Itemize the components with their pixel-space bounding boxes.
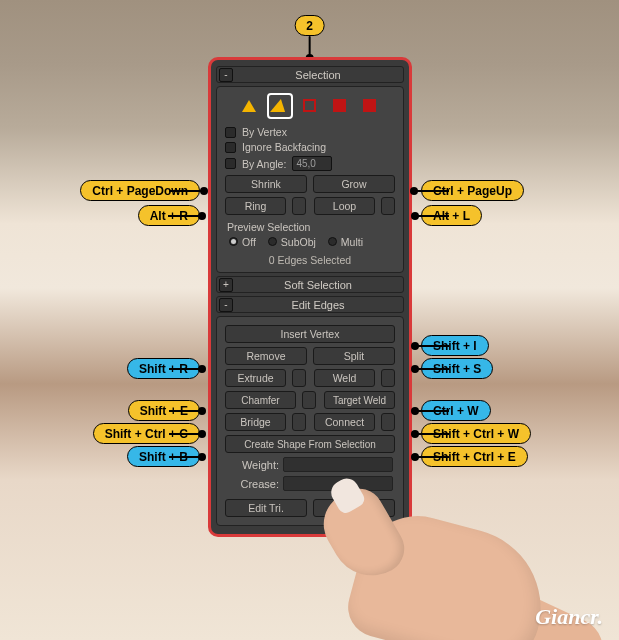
preview-multi-label: Multi bbox=[341, 236, 363, 248]
lead-line bbox=[169, 368, 202, 370]
ring-spinner[interactable] bbox=[292, 197, 306, 215]
ignore-backfacing-row[interactable]: Ignore Backfacing bbox=[225, 141, 395, 153]
by-angle-spinner[interactable]: 45,0 bbox=[292, 156, 332, 171]
edit-edges-rollout-body: Insert Vertex Remove Split Extrude Weld … bbox=[216, 316, 404, 526]
rollout-title: Edit Edges bbox=[233, 299, 403, 311]
bridge-settings-button[interactable] bbox=[292, 413, 306, 431]
lead-line bbox=[169, 410, 202, 412]
preview-off-radio[interactable] bbox=[229, 237, 238, 246]
extrude-settings-button[interactable] bbox=[292, 369, 306, 387]
insert-vertex-button[interactable]: Insert Vertex bbox=[225, 325, 395, 343]
by-angle-row[interactable]: By Angle: 45,0 bbox=[225, 156, 395, 171]
selection-status: 0 Edges Selected bbox=[221, 254, 399, 266]
loop-button[interactable]: Loop bbox=[314, 197, 375, 215]
lead-line bbox=[415, 433, 449, 435]
split-button[interactable]: Split bbox=[313, 347, 395, 365]
element-mode-icon[interactable] bbox=[359, 95, 381, 117]
ignore-backfacing-label: Ignore Backfacing bbox=[242, 141, 326, 153]
lead-line bbox=[415, 456, 449, 458]
preview-subobj-radio[interactable] bbox=[268, 237, 277, 246]
rollout-title: Selection bbox=[233, 69, 403, 81]
by-vertex-row[interactable]: By Vertex bbox=[225, 126, 395, 138]
weld-settings-button[interactable] bbox=[381, 369, 395, 387]
selection-rollout-body: By Vertex Ignore Backfacing By Angle: 45… bbox=[216, 86, 404, 273]
lead-line bbox=[169, 433, 202, 435]
ignore-backfacing-checkbox[interactable] bbox=[225, 142, 236, 153]
turn-button[interactable]: Turn bbox=[313, 499, 395, 517]
top-shortcut-key: 2 bbox=[294, 15, 325, 36]
preview-off-label: Off bbox=[242, 236, 256, 248]
by-vertex-checkbox[interactable] bbox=[225, 127, 236, 138]
preview-selection-label: Preview Selection bbox=[227, 221, 393, 233]
loop-spinner[interactable] bbox=[381, 197, 395, 215]
watermark: Giancr. bbox=[535, 604, 603, 630]
lead-line bbox=[415, 368, 449, 370]
create-shape-button[interactable]: Create Shape From Selection bbox=[225, 435, 395, 453]
lead-line bbox=[169, 456, 202, 458]
bridge-button[interactable]: Bridge bbox=[225, 413, 286, 431]
connect-button[interactable]: Connect bbox=[314, 413, 375, 431]
edge-mode-icon[interactable] bbox=[269, 95, 291, 117]
lead-line bbox=[415, 345, 449, 347]
chamfer-button[interactable]: Chamfer bbox=[225, 391, 296, 409]
preview-subobj-label: SubObj bbox=[281, 236, 316, 248]
subobject-mode-row bbox=[221, 91, 399, 123]
lead-line bbox=[168, 215, 202, 217]
weight-label: Weight: bbox=[227, 459, 279, 471]
vertex-mode-icon[interactable] bbox=[239, 95, 261, 117]
by-angle-checkbox[interactable] bbox=[225, 158, 236, 169]
chamfer-settings-button[interactable] bbox=[302, 391, 316, 409]
lead-line bbox=[414, 190, 449, 192]
connect-settings-button[interactable] bbox=[381, 413, 395, 431]
rollout-header-softselection[interactable]: + Soft Selection bbox=[216, 276, 404, 293]
lead-line bbox=[169, 190, 204, 192]
ring-button[interactable]: Ring bbox=[225, 197, 286, 215]
extrude-button[interactable]: Extrude bbox=[225, 369, 286, 387]
shrink-button[interactable]: Shrink bbox=[225, 175, 307, 193]
edit-tri-button[interactable]: Edit Tri. bbox=[225, 499, 307, 517]
weld-button[interactable]: Weld bbox=[314, 369, 375, 387]
crease-label: Crease: bbox=[227, 478, 279, 490]
remove-button[interactable]: Remove bbox=[225, 347, 307, 365]
command-panel: - Selection By Vertex Ignore Backfacing … bbox=[208, 57, 412, 537]
rollout-toggle[interactable]: + bbox=[219, 278, 233, 292]
rollout-toggle[interactable]: - bbox=[219, 68, 233, 82]
preview-multi-radio[interactable] bbox=[328, 237, 337, 246]
crease-spinner[interactable] bbox=[283, 476, 393, 491]
lead-line bbox=[415, 215, 449, 217]
lead-line bbox=[415, 410, 449, 412]
preview-selection-radios: Off SubObj Multi bbox=[229, 236, 391, 248]
rollout-header-editedges[interactable]: - Edit Edges bbox=[216, 296, 404, 313]
by-vertex-label: By Vertex bbox=[242, 126, 287, 138]
rollout-header-selection[interactable]: - Selection bbox=[216, 66, 404, 83]
rollout-title: Soft Selection bbox=[233, 279, 403, 291]
rollout-toggle[interactable]: - bbox=[219, 298, 233, 312]
weight-spinner[interactable] bbox=[283, 457, 393, 472]
grow-button[interactable]: Grow bbox=[313, 175, 395, 193]
polygon-mode-icon[interactable] bbox=[329, 95, 351, 117]
border-mode-icon[interactable] bbox=[299, 95, 321, 117]
target-weld-button[interactable]: Target Weld bbox=[324, 391, 395, 409]
by-angle-label: By Angle: bbox=[242, 158, 286, 170]
